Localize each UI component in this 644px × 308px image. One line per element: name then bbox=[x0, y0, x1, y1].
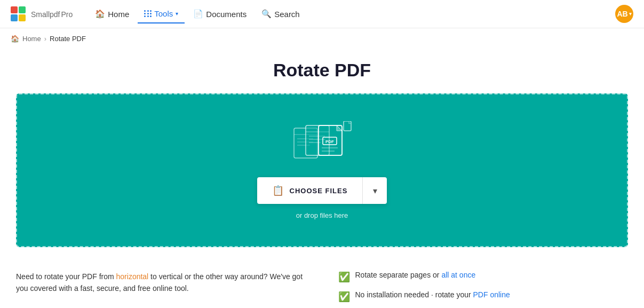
check-icon-2: ✅ bbox=[338, 291, 350, 303]
brand-plan: Pro bbox=[61, 10, 73, 19]
dot1 bbox=[144, 10, 146, 12]
user-initials: AB bbox=[617, 10, 627, 18]
choose-files-label: CHOOSE FILES bbox=[290, 187, 348, 195]
nav-documents-label: Documents bbox=[206, 10, 247, 19]
svg-text:PDF: PDF bbox=[325, 139, 334, 144]
nav-home-label: Home bbox=[108, 10, 129, 19]
dot8 bbox=[147, 15, 149, 17]
check-icon-1: ✅ bbox=[338, 271, 350, 283]
avatar-arrow-icon: ▾ bbox=[629, 11, 632, 17]
logo-color-red bbox=[11, 6, 18, 13]
dot9 bbox=[150, 15, 152, 17]
dropdown-arrow-icon: ▾ bbox=[373, 186, 377, 196]
feature-1-link[interactable]: all at once bbox=[441, 271, 475, 279]
navbar: SmallpdfPro 🏠 Home Tools ▾ 📄 D bbox=[0, 0, 644, 28]
brand-name-text: Smallpdf bbox=[31, 10, 60, 19]
info-features-list: ✅ Rotate separate pages or all at once ✅… bbox=[338, 271, 629, 303]
dropzone[interactable]: PDF 📋 CHOOSE FILES ▾ or drop files here bbox=[16, 93, 628, 247]
home-icon: 🏠 bbox=[95, 9, 105, 19]
dot6 bbox=[150, 13, 152, 14]
logo-color-yellow bbox=[19, 14, 26, 21]
info-left: Need to rotate your PDF from horizontal … bbox=[16, 271, 306, 303]
info-text-part1: Need to rotate your PDF from bbox=[16, 272, 116, 281]
search-icon: 🔍 bbox=[261, 9, 272, 19]
user-avatar[interactable]: AB ▾ bbox=[615, 5, 633, 23]
feature-2-text-before: No installation needed · rotate your bbox=[355, 290, 473, 299]
feature-1-text-before: Rotate separate pages or bbox=[355, 271, 442, 279]
feature-2-link[interactable]: PDF online bbox=[473, 290, 510, 299]
info-feature-2: ✅ No installation needed · rotate your P… bbox=[338, 290, 629, 303]
nav-tools[interactable]: Tools ▾ bbox=[138, 5, 185, 23]
breadcrumb: 🏠 Home › Rotate PDF bbox=[0, 28, 644, 49]
svg-rect-15 bbox=[344, 121, 351, 131]
page-title: Rotate PDF bbox=[0, 60, 644, 81]
breadcrumb-separator: › bbox=[44, 35, 46, 43]
logo-color-blue bbox=[11, 14, 18, 21]
drop-hint: or drop files here bbox=[296, 211, 348, 219]
nav-home[interactable]: 🏠 Home bbox=[89, 5, 136, 23]
breadcrumb-home-link[interactable]: Home bbox=[22, 35, 41, 43]
pdf-file-icons: PDF bbox=[293, 121, 352, 167]
tools-arrow-icon: ▾ bbox=[176, 11, 178, 17]
nav-search[interactable]: 🔍 Search bbox=[255, 5, 306, 23]
choose-files-row: 📋 CHOOSE FILES ▾ bbox=[257, 177, 387, 204]
dot2 bbox=[147, 10, 149, 12]
info-feature-1: ✅ Rotate separate pages or all at once bbox=[338, 271, 629, 283]
info-section: Need to rotate your PDF from horizontal … bbox=[0, 260, 644, 308]
brand-name: SmallpdfPro bbox=[30, 9, 73, 20]
dot5 bbox=[147, 13, 149, 14]
choose-files-button[interactable]: 📋 CHOOSE FILES bbox=[257, 177, 363, 204]
nav-tools-label: Tools bbox=[154, 9, 173, 18]
choose-files-dropdown-button[interactable]: ▾ bbox=[362, 177, 387, 204]
nav-search-label: Search bbox=[274, 10, 300, 19]
dot4 bbox=[144, 13, 146, 14]
info-left-text: Need to rotate your PDF from horizontal … bbox=[16, 271, 306, 295]
info-highlight-link[interactable]: horizontal bbox=[116, 272, 149, 281]
dot3 bbox=[150, 10, 152, 12]
home-breadcrumb-icon: 🏠 bbox=[11, 35, 19, 43]
feature-2-text: No installation needed · rotate your PDF… bbox=[355, 290, 510, 299]
grid-icon bbox=[144, 10, 152, 17]
logo[interactable]: SmallpdfPro bbox=[11, 6, 73, 21]
dot7 bbox=[144, 15, 146, 17]
file-upload-icon: 📋 bbox=[272, 185, 284, 196]
nav-documents[interactable]: 📄 Documents bbox=[187, 5, 253, 23]
logo-color-green bbox=[19, 6, 26, 13]
nav-items: 🏠 Home Tools ▾ 📄 Documents 🔍 S bbox=[89, 5, 615, 23]
dropzone-wrapper: PDF 📋 CHOOSE FILES ▾ or drop files here bbox=[0, 93, 644, 260]
info-right: ✅ Rotate separate pages or all at once ✅… bbox=[338, 271, 629, 303]
document-icon: 📄 bbox=[193, 9, 203, 19]
breadcrumb-current: Rotate PDF bbox=[50, 35, 86, 43]
feature-1-text: Rotate separate pages or all at once bbox=[355, 271, 476, 279]
logo-grid bbox=[11, 6, 26, 21]
